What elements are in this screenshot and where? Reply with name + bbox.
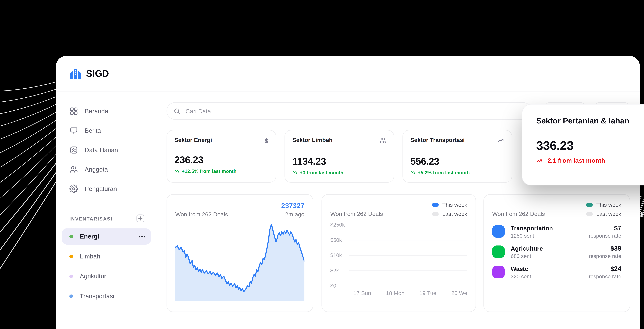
line-chart-updated: 2m ago [281,211,304,218]
sidebar: Beranda Berita Data Harian Anggota Penga… [56,92,158,329]
line-chart-label: Won from 262 Deals [175,211,228,218]
search-input[interactable] [184,107,524,115]
inventory-item-label: Transportasi [80,293,114,300]
overlay-card-change: -2.1 from last month [536,157,644,164]
overlay-card-value: 336.23 [536,139,644,153]
bar-chart-label: Won from 262 Deals [330,211,383,217]
sidebar-item-beranda[interactable]: Beranda [62,101,151,121]
stat-card-title: Sektor Limbah [292,137,332,143]
list-card-label: Won from 262 Deals [492,211,545,217]
users-icon [379,137,386,146]
inventory-item-limbah[interactable]: Limbah [62,248,151,265]
sidebar-item-label: Pengaturan [84,185,117,192]
y-tick: $10k [330,252,347,258]
stat-card-transportasi: Sektor Transportasi 556.23 +5.2% from la… [402,130,512,183]
sidebar-divider [68,205,144,205]
grid-icon [70,107,78,115]
sidebar-item-label: Data Harian [84,146,118,153]
overlay-card-title: Sektor Pertanian & lahan [536,116,629,126]
stat-card-limbah: Sektor Limbah 1134.23 +3 from last month [284,130,394,183]
stat-card-title: Sektor Transportasi [410,137,465,143]
y-tick: $2k [330,268,347,273]
logo: SIGD [56,56,158,92]
header-bar [157,56,640,92]
bar-chart-card: Won from 262 Deals This week Last week [322,194,476,312]
agriculture-icon [492,246,505,258]
waste-icon [492,266,505,278]
search-bar[interactable] [166,102,532,120]
legend-chip-last-week [432,212,438,216]
x-label: 17 Sun [354,290,371,296]
line-chart-card: Won from 262 Deals 237327 2m ago [166,194,313,312]
stat-card-value: 556.23 [410,156,504,167]
overlay-card-pertanian: Sektor Pertanian & lahan 336.23 -2.1 fro… [522,104,644,185]
list-item-agriculture: Agriculture 680 sent $39 response rate [492,245,621,259]
sidebar-item-data-harian[interactable]: Data Harian [62,140,151,159]
area-line-chart [175,223,304,301]
sidebar-item-label: Anggota [84,166,108,173]
list-item-waste: Waste 320 sent $24 response rate [492,265,621,279]
trending-down-icon [292,170,298,175]
bar-chart-plot: $250k $50k $10k $2k $0 [349,225,467,286]
y-tick: $0 [330,283,347,289]
inventory-item-label: Energi [80,233,99,240]
brand-name: SIGD [86,68,109,79]
desktop-background: SIGD Beranda Berita Data Harian [0,0,644,329]
y-tick: $50k [330,237,347,243]
add-inventory-button[interactable] [136,215,144,222]
legend-chip-this-week [432,203,438,207]
sidebar-item-berita[interactable]: Berita [62,121,151,140]
brand-logo-icon [70,68,82,79]
stat-card-title: Sektor Energi [174,137,212,143]
sidebar-item-label: Berita [84,127,101,134]
response-list-card: Won from 262 Deals This week Last week [484,194,630,312]
trending-down-icon [174,168,180,174]
ellipsis-icon[interactable] [139,236,145,237]
users-icon [70,165,78,174]
gear-icon [70,184,78,193]
x-label: 19 Tue [419,290,436,296]
x-label: 18 Mon [386,290,404,296]
inventory-item-agrikultur[interactable]: Agrikultur [62,268,151,284]
stat-card-energi: Sektor Energi $ 236.23 +12.5% from last … [166,130,276,183]
legend-chip-this-week [586,203,592,207]
stat-card-change: +5.2% from last month [410,170,504,175]
legend-chip-last-week [586,212,592,216]
transportasi-dot [70,294,73,298]
dollar-icon: $ [265,137,268,144]
sidebar-item-label: Beranda [84,107,108,114]
line-chart-value: 237327 [281,202,304,209]
trending-up-icon [497,137,504,146]
inventory-item-energi[interactable]: Energi [62,228,151,245]
chat-icon [70,126,78,135]
sidebar-item-pengaturan[interactable]: Pengaturan [62,179,151,198]
legend-this-week: This week [586,202,621,208]
stat-card-value: 1134.23 [292,156,386,167]
inventory-item-transportasi[interactable]: Transportasi [62,288,151,304]
legend-last-week: Last week [586,211,621,217]
search-icon [174,107,180,114]
list-item-transportation: Transportation 1250 sent $7 response rat… [492,224,621,239]
limbah-dot [70,255,73,258]
checklist-icon [70,145,78,154]
stat-card-value: 236.23 [174,154,268,166]
y-tick: $250k [330,222,347,227]
agrikultur-dot [70,275,73,278]
legend-last-week: Last week [432,211,467,217]
stat-card-change: +3 from last month [292,170,386,175]
transportation-icon [492,225,505,238]
inventory-item-label: Limbah [80,253,100,260]
sidebar-item-anggota[interactable]: Anggota [62,159,151,179]
legend-this-week: This week [432,202,467,208]
stat-card-change: +12.5% from last month [174,168,268,174]
trending-up-icon [536,157,543,164]
trending-down-icon [410,170,416,175]
dashboard-window: SIGD Beranda Berita Data Harian [56,56,640,329]
energi-dot [70,235,73,238]
x-label: 20 We [451,290,467,296]
inventory-section-title: INVENTARISASI [70,216,112,221]
plus-icon [138,216,142,221]
inventory-item-label: Agrikultur [80,273,106,280]
